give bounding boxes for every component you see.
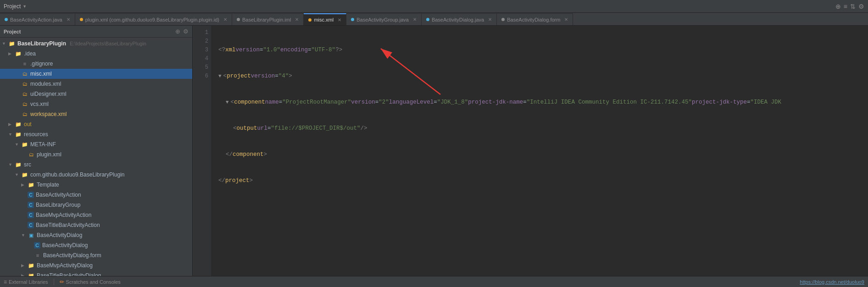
tree-item-pkg[interactable]: ▼ 📁 com.github.duoluo9.BaseLibraryPlugin	[0, 170, 192, 180]
tree-label: workspace.xml	[30, 111, 67, 117]
folder-icon: 📁	[28, 262, 35, 269]
tree-label: .idea	[24, 50, 36, 57]
tab-baseactivityaction[interactable]: BaseActivityAction.java ✕	[0, 13, 75, 25]
tree-item-template[interactable]: ▶ 📁 Template	[0, 180, 192, 190]
sidebar-header: Project ⊕ ⚙	[0, 26, 192, 38]
tab-baselibraryplugin-iml[interactable]: BaseLibraryPlugin.iml ✕	[232, 13, 304, 25]
collapse-icon[interactable]: ⊕	[175, 28, 180, 35]
tree-item-misc-xml[interactable]: ▶ 🗂 misc.xml	[0, 69, 192, 79]
xml-icon: 🗂	[21, 80, 28, 88]
bottom-item-scratches[interactable]: ✏ Scratches and Consoles	[60, 279, 121, 285]
tree-item-baseactivitydialog-class[interactable]: ▶ C BaseActivityDialog	[0, 240, 192, 250]
tree-item-uidesigner[interactable]: ▶ 🗂 uiDesigner.xml	[0, 89, 192, 99]
tree-arrow: ▼	[21, 233, 28, 237]
tree-item-basetitlebaractivitydialog[interactable]: ▶ 📁 BaseTitleBarActivityDialog	[0, 270, 192, 276]
tab-close-icon[interactable]: ✕	[223, 17, 227, 22]
tree-item-out[interactable]: ▶ 📁 out	[0, 119, 192, 129]
tab-label: BaseActivityDialog.java	[432, 17, 484, 22]
tab-label: plugin.xml (com.github.duoluo9.BaseLibra…	[85, 17, 219, 22]
blog-url[interactable]: https://blog.csdn.net/duoluo9	[800, 279, 864, 285]
main-content: Project ⊕ ⚙ ▼ 📁 BaseLibraryPlugin E:\Ide…	[0, 26, 868, 276]
tab-plugin-xml[interactable]: plugin.xml (com.github.duoluo9.BaseLibra…	[75, 13, 232, 25]
tree-item-basetitlebaractivityaction[interactable]: ▶ C BaseTitleBarActivityAction	[0, 220, 192, 230]
tree-item-gitignore-idea[interactable]: ▶ ≡ .gitignore	[0, 59, 192, 69]
tab-baseactivitygroup[interactable]: BaseActivityGroup.java ✕	[346, 13, 422, 25]
tree-item-basemvpactivityaction[interactable]: ▶ C BaseMvpActivityAction	[0, 210, 192, 220]
project-menu[interactable]: Project ▼	[4, 3, 27, 10]
tab-dot	[237, 18, 240, 21]
folder-icon: 📁	[28, 272, 35, 276]
bottom-left: ≡ External Libraries ✏ Scratches and Con…	[4, 279, 121, 285]
tree-arrow: ▼	[8, 162, 15, 167]
tree-arrow: ▼	[15, 142, 21, 147]
tree-path: E:\IdeaProjects\BaseLibraryPlugin	[70, 41, 146, 46]
folder-icon: 📁	[28, 181, 35, 188]
tree-item-root[interactable]: ▼ 📁 BaseLibraryPlugin E:\IdeaProjects\Ba…	[0, 39, 192, 49]
tree-item-workspace-xml[interactable]: ▶ 🗂 workspace.xml	[0, 109, 192, 119]
tree-item-basemvpactivitydialog[interactable]: ▶ 📁 BaseMvpActivityDialog	[0, 260, 192, 270]
settings-icon[interactable]: ⚙	[858, 3, 864, 10]
tree-item-vcs-xml[interactable]: ▶ 🗂 vcs.xml	[0, 99, 192, 109]
tab-baseactivitydialog-java[interactable]: BaseActivityDialog.java ✕	[422, 13, 497, 25]
tree-label: BaseActivityDialog	[37, 232, 82, 238]
tree-label: plugin.xml	[37, 151, 61, 158]
tree-item-baselibrarygroup[interactable]: ▶ C BaseLibraryGroup	[0, 200, 192, 210]
tree-item-modules-xml[interactable]: ▶ 🗂 modules.xml	[0, 79, 192, 89]
tree-label: BaseActivityDialog	[42, 242, 88, 248]
folder-icon: 📁	[15, 131, 22, 138]
tab-dot	[351, 18, 354, 21]
xml-icon: 🗂	[28, 151, 35, 158]
tree-item-baseactivitydialog-pkg[interactable]: ▼ ▣ BaseActivityDialog	[0, 230, 192, 240]
folder-icon: 📁	[15, 121, 22, 128]
bottom-item-external-libs[interactable]: ≡ External Libraries	[4, 279, 48, 285]
code-editor[interactable]: <?xml version="1.0" encoding="UTF-8"?> ▼…	[211, 26, 868, 276]
bottom-bar: ≡ External Libraries ✏ Scratches and Con…	[0, 276, 868, 287]
xml-icon: 🗂	[21, 110, 28, 118]
tab-close-icon[interactable]: ✕	[413, 17, 417, 22]
tab-close-icon[interactable]: ✕	[295, 17, 299, 22]
settings-sidebar-icon[interactable]: ⚙	[183, 28, 189, 35]
tab-label: BaseActivityGroup.java	[356, 17, 409, 22]
tree-label: BaseLibraryGroup	[36, 202, 80, 208]
folder-icon: 📁	[15, 50, 22, 57]
tree-label: BaseTitleBarActivityAction	[36, 222, 100, 228]
tab-close-icon[interactable]: ✕	[338, 17, 341, 22]
tab-dot	[501, 18, 505, 21]
sort-icon[interactable]: ⇅	[850, 3, 856, 10]
list-icon[interactable]: ≡	[844, 3, 847, 10]
editor-area: 1 2 3 4 5 6 <?xml version="1.0" encoding…	[193, 26, 868, 276]
code-line-1: <?xml version="1.0" encoding="UTF-8"?>	[218, 46, 868, 55]
xml-icon: 🗂	[21, 90, 28, 98]
tree-label: misc.xml	[30, 71, 52, 77]
tab-misc-xml[interactable]: misc.xml ✕	[304, 13, 346, 25]
tab-label: BaseActivityAction.java	[10, 17, 62, 22]
tab-close-icon[interactable]: ✕	[488, 17, 492, 22]
code-line-5: </component>	[218, 150, 868, 159]
tree-item-plugin-xml[interactable]: ▶ 🗂 plugin.xml	[0, 149, 192, 160]
scratch-bottom-icon: ✏	[60, 279, 64, 285]
tree-label: BaseLibraryPlugin	[17, 40, 66, 47]
tab-close-icon[interactable]: ✕	[564, 17, 568, 22]
tree-item-idea[interactable]: ▶ 📁 .idea	[0, 49, 192, 59]
project-dropdown-icon: ▼	[22, 4, 27, 9]
tree-item-src[interactable]: ▼ 📁 src	[0, 160, 192, 170]
tree-item-resources[interactable]: ▼ 📁 resources	[0, 129, 192, 139]
tree-label: out	[24, 121, 32, 127]
tree-item-baseactivityaction[interactable]: ▶ C BaseActivityAction	[0, 190, 192, 200]
tab-label: BaseLibraryPlugin.iml	[242, 17, 291, 22]
add-icon[interactable]: ⊕	[835, 3, 841, 10]
project-label: Project	[4, 3, 21, 10]
tab-label: BaseActivityDialog.form	[507, 17, 560, 22]
tree-label: BaseActivityAction	[36, 192, 81, 198]
tab-baseactivitydialog-form[interactable]: BaseActivityDialog.form ✕	[497, 13, 573, 25]
tab-dot	[80, 18, 83, 21]
tabs-bar: BaseActivityAction.java ✕ plugin.xml (co…	[0, 13, 868, 26]
tree-item-meta-inf[interactable]: ▼ 📁 META-INF	[0, 139, 192, 149]
interface-icon: ▣	[28, 232, 35, 239]
tree-arrow: ▶	[8, 122, 15, 127]
tree-item-baseactivitydialog-form[interactable]: ▶ ≡ BaseActivityDialog.form	[0, 250, 192, 260]
folder-icon: 📁	[15, 161, 22, 168]
tab-close-icon[interactable]: ✕	[67, 17, 70, 22]
tree-label: BaseMvpActivityDialog	[37, 262, 93, 269]
tab-dot	[308, 18, 312, 22]
